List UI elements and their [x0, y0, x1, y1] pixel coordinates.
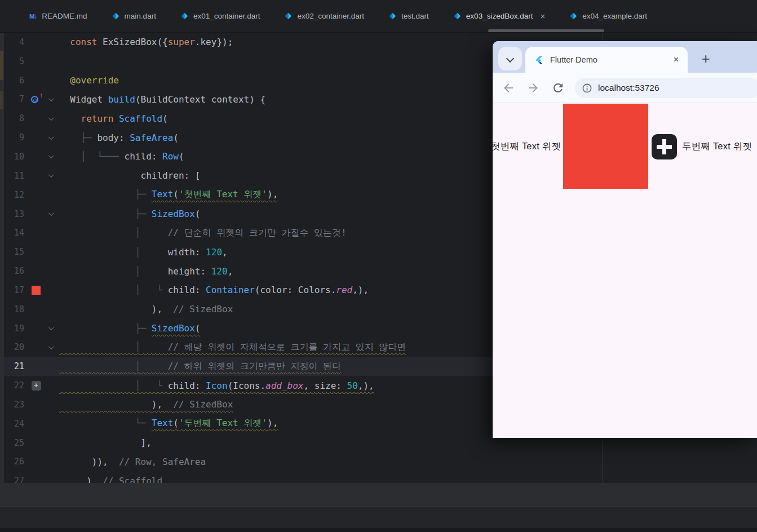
address-bar-url[interactable]: localhost:53726 [598, 83, 659, 93]
line-number: 17 [4, 285, 29, 295]
panel-marker [0, 91, 3, 109]
dart-file-icon [389, 12, 396, 20]
browser-toolbar: localhost:53726 [493, 73, 757, 103]
fold-chevron-icon[interactable] [43, 212, 57, 216]
editor-tab-label: README.md [42, 12, 87, 20]
line-number: 25 [4, 438, 29, 448]
markdown-file-icon: M↓ [29, 13, 37, 20]
dart-file-icon [181, 12, 188, 20]
add-box-icon [652, 134, 677, 159]
editor-tab-label: ex02_container.dart [297, 12, 364, 20]
editor-tab-ex03_sizedBox.dart[interactable]: ex03_sizedBox.dart× [441, 0, 557, 32]
fold-chevron-icon[interactable] [43, 154, 57, 158]
line-number: 21 [4, 361, 29, 371]
editor-tab-ex04_example.dart[interactable]: ex04_example.dart [557, 0, 659, 32]
tab-search-chevron-button[interactable] [498, 47, 522, 70]
editor-tab-test.dart[interactable]: test.dart [377, 0, 441, 32]
new-tab-button[interactable]: + [694, 48, 717, 70]
browser-tab-strip: Flutter Demo × + [493, 41, 757, 73]
code-text: )), // Row, SafeArea [57, 456, 757, 467]
line-number: 5 [4, 56, 29, 66]
dart-file-icon [570, 12, 577, 20]
tabbar-scrollbar-thumb[interactable] [488, 29, 604, 32]
fold-chevron-icon[interactable] [43, 345, 57, 349]
code-line-26[interactable]: 26 )), // Row, SafeArea [4, 453, 757, 472]
line-number: 6 [4, 76, 29, 86]
fold-chevron-icon[interactable] [43, 117, 57, 121]
line-number: 7 [4, 94, 29, 104]
ide-window: M↓README.mdmain.dartex01_container.darte… [0, 0, 757, 532]
line-number: 8 [4, 113, 29, 123]
editor-tab-label: ex01_container.dart [193, 12, 260, 20]
color-preview-red-icon[interactable] [32, 286, 41, 295]
gutter-icon-slot: ↑ [29, 94, 43, 104]
editor-tab-label: test.dart [401, 12, 429, 20]
back-button-icon[interactable] [502, 81, 515, 95]
editor-tab-main.dart[interactable]: main.dart [100, 0, 169, 32]
fold-chevron-icon[interactable] [43, 136, 57, 140]
first-text-widget: 첫번째 Text 위젯 [493, 140, 561, 153]
editor-tab-close-icon[interactable]: × [540, 11, 545, 21]
editor-tab-ex01_container.dart[interactable]: ex01_container.dart [169, 0, 273, 32]
fold-chevron-icon[interactable] [43, 97, 57, 101]
browser-tab-close-icon[interactable]: × [674, 55, 679, 65]
fold-chevron-icon[interactable] [43, 326, 57, 330]
icon-preview-add-box-icon[interactable]: + [32, 381, 41, 391]
dart-file-icon [285, 12, 292, 20]
line-number: 4 [4, 37, 29, 47]
reload-button-icon[interactable] [551, 81, 565, 95]
line-number: 11 [4, 171, 29, 181]
flutter-app-content: 첫번째 Text 위젯 두번째 Text 위젯 [493, 103, 757, 438]
line-number: 26 [4, 456, 29, 467]
panel-marker [0, 51, 3, 80]
gutter-icon-slot [29, 286, 43, 295]
line-number: 15 [4, 247, 29, 257]
editor-tab-label: ex04_example.dart [582, 12, 647, 20]
code-text: ], [57, 437, 757, 448]
gutter-icon-slot: + [29, 381, 43, 391]
line-number: 16 [4, 266, 29, 276]
line-number: 19 [4, 323, 29, 334]
dart-file-icon [112, 12, 119, 20]
browser-window: Flutter Demo × + localhost:53726 [493, 41, 757, 438]
editor-tab-ex02_container.dart[interactable]: ex02_container.dart [272, 0, 377, 32]
line-number: 20 [4, 342, 29, 352]
bottom-panel-lower [0, 507, 757, 528]
browser-tab-flutter-demo[interactable]: Flutter Demo × [525, 47, 688, 73]
line-number: 24 [4, 419, 29, 429]
site-info-icon[interactable] [582, 83, 592, 94]
address-bar[interactable]: localhost:53726 [575, 78, 757, 98]
editor-tab-label: main.dart [125, 12, 156, 20]
dart-file-icon [454, 12, 461, 20]
override-marker-icon[interactable]: ↑ [31, 94, 41, 104]
line-number: 12 [4, 190, 29, 200]
red-container-widget [563, 104, 648, 189]
fold-chevron-icon[interactable] [43, 174, 57, 178]
second-text-widget: 두번째 Text 위젯 [682, 140, 752, 153]
line-number: 23 [4, 400, 29, 410]
bottom-panel-upper [0, 483, 757, 507]
status-bar-strip [0, 528, 757, 532]
browser-tab-title: Flutter Demo [550, 55, 667, 64]
editor-tab-README.md[interactable]: M↓README.md [17, 0, 100, 32]
editor-tab-label: ex03_sizedBox.dart [466, 12, 533, 20]
forward-button-icon[interactable] [526, 81, 540, 95]
line-number: 22 [4, 380, 29, 391]
flutter-logo-icon [534, 55, 544, 65]
line-number: 18 [4, 304, 29, 314]
line-number: 13 [4, 209, 29, 219]
left-panel-sliver [0, 33, 4, 532]
line-number: 9 [4, 132, 29, 143]
line-number: 14 [4, 228, 29, 238]
editor-tabbar: M↓README.mdmain.dartex01_container.darte… [0, 0, 757, 33]
line-number: 10 [4, 152, 29, 162]
